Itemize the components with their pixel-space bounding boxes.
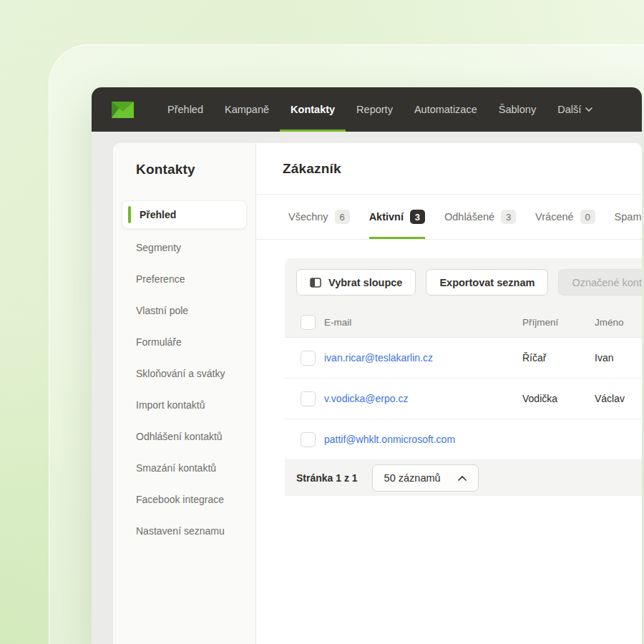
tab-count-badge: 3 xyxy=(501,210,516,224)
tab-count-badge: 3 xyxy=(410,210,425,224)
sidebar-item-smazani-kontaktu[interactable]: Smazání kontaktů xyxy=(113,452,255,484)
contacts-sidebar: Kontakty Přehled Segmenty Preference Vla… xyxy=(113,143,256,644)
export-list-button[interactable]: Exportovat seznam xyxy=(426,269,548,296)
sidebar-item-label: Přehled xyxy=(140,209,176,220)
envelope-icon xyxy=(112,102,134,118)
column-header-first-name: Jméno xyxy=(595,317,642,328)
tab-vracene[interactable]: Vrácené 0 xyxy=(535,195,595,239)
sidebar-item-nastaveni-seznamu[interactable]: Nastavení seznamu xyxy=(113,515,255,547)
tab-count-badge: 6 xyxy=(335,210,350,224)
chevron-down-icon xyxy=(585,107,592,112)
active-indicator-bar xyxy=(128,206,131,223)
tab-odhlasene[interactable]: Odhlášené 3 xyxy=(444,195,516,239)
sidebar-item-formulare[interactable]: Formuláře xyxy=(113,326,255,358)
table-footer: Stránka 1 z 1 50 záznamů xyxy=(285,460,642,496)
contact-email-link[interactable]: pattif@whklt.onmicrosoft.com xyxy=(324,434,522,445)
nav-item-automatizace[interactable]: Automatizace xyxy=(404,87,488,132)
page-indicator: Stránka 1 z 1 xyxy=(296,472,358,484)
contact-last-name: Říčař xyxy=(522,352,595,364)
table-row: v.vodicka@erpo.cz Vodička Václav xyxy=(285,379,642,419)
main-panel: Zákazník Všechny 6 Aktivní 3 Odhlášené 3 xyxy=(256,143,642,644)
tab-aktivni[interactable]: Aktivní 3 xyxy=(369,195,425,239)
table-row: pattif@whklt.onmicrosoft.com xyxy=(285,419,642,460)
tab-spam[interactable]: Spam 0 xyxy=(615,195,642,239)
sidebar-item-sklonovani[interactable]: Skloňování a svátky xyxy=(113,358,255,389)
contact-email-link[interactable]: v.vodicka@erpo.cz xyxy=(324,393,522,404)
window-body: Kontakty Přehled Segmenty Preference Vla… xyxy=(92,132,642,644)
nav-item-kampane[interactable]: Kampaně xyxy=(214,87,280,132)
columns-icon xyxy=(310,278,321,288)
table-row: ivan.ricar@teslakarlin.cz Říčař Ivan xyxy=(285,338,642,379)
nav-item-dalsi[interactable]: Další xyxy=(547,87,603,132)
column-header-last-name: Příjmení xyxy=(522,317,595,328)
page-title-row: Zákazník xyxy=(256,143,642,195)
sidebar-title: Kontakty xyxy=(136,162,255,177)
contact-last-name: Vodička xyxy=(522,393,595,404)
chevron-up-icon xyxy=(458,476,467,481)
sidebar-item-segmenty[interactable]: Segmenty xyxy=(113,232,255,263)
contact-first-name: Ivan xyxy=(595,352,642,364)
sidebar-item-odhlaseni-kontaktu[interactable]: Odhlášení kontaktů xyxy=(113,421,255,452)
tab-vsechny[interactable]: Všechny 6 xyxy=(288,195,350,239)
row-checkbox[interactable] xyxy=(301,391,316,406)
status-tabs: Všechny 6 Aktivní 3 Odhlášené 3 Vrácené … xyxy=(256,195,642,240)
per-page-dropdown[interactable]: 50 záznamů xyxy=(372,464,479,492)
nav-item-reporty[interactable]: Reporty xyxy=(346,87,404,132)
sidebar-item-prehled[interactable]: Přehled xyxy=(122,200,247,229)
contact-email-link[interactable]: ivan.ricar@teslakarlin.cz xyxy=(324,352,522,364)
app-window: Přehled Kampaně Kontakty Reporty Automat… xyxy=(92,87,642,644)
tab-count-badge: 0 xyxy=(580,210,595,224)
content-card: Kontakty Přehled Segmenty Preference Vla… xyxy=(113,143,642,644)
row-checkbox[interactable] xyxy=(301,432,316,447)
select-columns-button[interactable]: Vybrat sloupce xyxy=(296,269,416,296)
nav-item-sablony[interactable]: Šablony xyxy=(488,87,547,132)
sidebar-item-vlastni-pole[interactable]: Vlastní pole xyxy=(113,295,255,326)
contacts-table-card: Vybrat sloupce Exportovat seznam Označen… xyxy=(285,258,642,496)
page-title: Zákazník xyxy=(283,161,341,177)
contact-first-name: Václav xyxy=(595,393,642,404)
top-navbar: Přehled Kampaně Kontakty Reporty Automat… xyxy=(92,87,642,132)
table-toolbar: Vybrat sloupce Exportovat seznam Označen… xyxy=(285,258,642,307)
sidebar-item-facebook-integrace[interactable]: Facebook integrace xyxy=(113,484,255,515)
nav-item-kontakty[interactable]: Kontakty xyxy=(280,87,346,132)
selected-contacts-dropdown[interactable]: Označené kontakty xyxy=(558,269,642,296)
row-checkbox[interactable] xyxy=(301,351,316,366)
nav-item-prehled[interactable]: Přehled xyxy=(157,87,214,132)
select-all-checkbox[interactable] xyxy=(301,315,316,330)
sidebar-item-import-kontaktu[interactable]: Import kontaktů xyxy=(113,389,255,421)
app-logo[interactable] xyxy=(112,87,134,132)
column-header-email: E-mail xyxy=(324,317,522,328)
sidebar-item-preference[interactable]: Preference xyxy=(113,263,255,295)
table-header-row: E-mail Příjmení Jméno xyxy=(285,307,642,338)
